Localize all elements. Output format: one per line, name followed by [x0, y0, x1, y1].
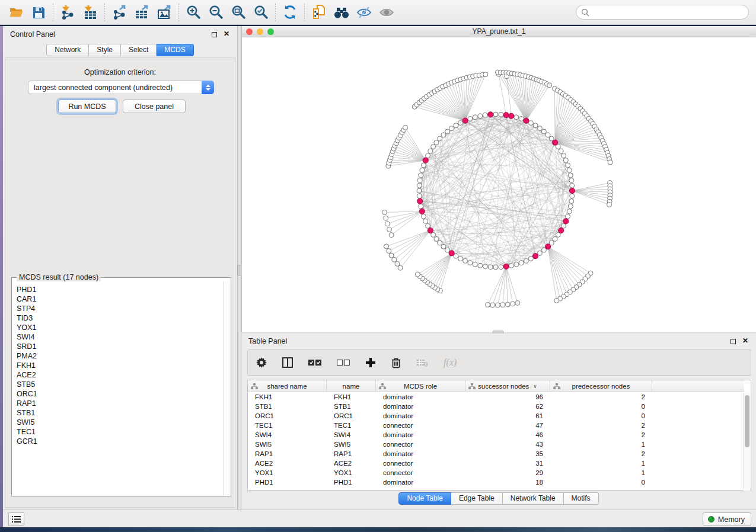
tab-edge-table[interactable]: Edge Table — [451, 492, 503, 505]
import-network-button[interactable] — [56, 3, 79, 22]
tab-network[interactable]: Network — [46, 44, 89, 56]
mcds-result-item[interactable]: SRD1 — [17, 342, 223, 351]
table-row[interactable]: SWI5SWI5connector431 — [248, 440, 744, 449]
table-cell: 46 — [465, 430, 550, 440]
table-row[interactable]: ORC1ORC1dominator610 — [248, 411, 744, 421]
table-cell: 2 — [550, 430, 652, 440]
mcds-result-item[interactable]: PHD1 — [17, 285, 223, 294]
column-header-label: MCDS role — [404, 383, 437, 390]
network-window-titlebar[interactable]: YPA_prune.txt_1 — [242, 26, 756, 37]
zoom-in-button[interactable] — [182, 3, 205, 22]
mcds-result-item[interactable]: YOX1 — [17, 323, 223, 332]
column-header-successor-nodes[interactable]: successor nodes∨ — [465, 380, 550, 392]
add-column-button[interactable] — [365, 357, 376, 368]
apply-layout-button[interactable] — [279, 3, 301, 22]
table-cell: 0 — [550, 477, 652, 487]
mcds-result-item[interactable]: SWI4 — [17, 332, 223, 342]
run-mcds-button[interactable]: Run MCDS — [58, 100, 116, 113]
zoom-out-icon — [208, 4, 224, 20]
mcds-result-item[interactable]: ORC1 — [17, 389, 223, 399]
export-table-icon — [134, 5, 149, 20]
show-columns-button[interactable] — [282, 357, 293, 368]
table-row[interactable]: RAP1RAP1dominator352 — [248, 449, 744, 459]
tab-select[interactable]: Select — [121, 44, 157, 56]
zoom-out-button[interactable] — [205, 3, 227, 22]
node-table-header[interactable]: shared namenameMCDS rolesuccessor nodes∨… — [248, 380, 744, 392]
column-header-MCDS-role[interactable]: MCDS role — [376, 380, 465, 392]
table-cell: connector — [376, 421, 465, 430]
unselect-all-button[interactable] — [337, 359, 350, 366]
zoom-fit-button[interactable] — [227, 3, 250, 22]
close-table-panel-icon[interactable]: ✕ — [742, 336, 748, 345]
table-row[interactable]: ACE2ACE2connector311 — [248, 459, 744, 468]
table-cell: dominator — [376, 411, 465, 421]
tab-motifs[interactable]: Motifs — [564, 492, 599, 505]
table-row[interactable]: SWI4SWI4dominator462 — [248, 430, 744, 440]
mcds-result-item[interactable]: TID3 — [17, 313, 223, 323]
tab-mcds[interactable]: MCDS — [157, 44, 193, 56]
export-network-button[interactable] — [108, 3, 130, 22]
mcds-result-list[interactable]: PHD1CAR1STP4TID3YOX1SWI4SRD1PMA2FKH1ACE2… — [12, 281, 223, 495]
tab-node-table[interactable]: Node Table — [398, 492, 451, 505]
tab-network-table[interactable]: Network Table — [503, 492, 564, 505]
table-cell: 29 — [465, 468, 550, 477]
mcds-result-item[interactable]: GCR1 — [17, 437, 223, 446]
refresh-icon — [282, 4, 298, 20]
mcds-result-item[interactable]: STB1 — [17, 408, 223, 418]
close-panel-button[interactable]: Close panel — [123, 100, 186, 113]
duplicate-network-button[interactable] — [308, 3, 330, 22]
node-table-body[interactable]: FKH1FKH1dominator962STB1STB1dominator620… — [248, 392, 744, 491]
save-session-button[interactable] — [27, 3, 50, 22]
table-cell: 61 — [465, 411, 550, 421]
close-panel-icon[interactable]: ✕ — [224, 30, 229, 38]
column-header-shared-name[interactable]: shared name — [248, 380, 327, 392]
mcds-result-item[interactable]: TEC1 — [17, 427, 223, 437]
mcds-list-scrollbar[interactable] — [223, 281, 230, 495]
first-neighbors-button[interactable] — [330, 3, 353, 22]
node-table: shared namenameMCDS rolesuccessor nodes∨… — [247, 380, 751, 491]
hide-selected-button[interactable] — [353, 3, 375, 22]
open-file-button[interactable] — [5, 3, 27, 22]
mcds-result-item[interactable]: RAP1 — [17, 399, 223, 408]
column-header-label: predecessor nodes — [572, 383, 630, 390]
show-all-button[interactable] — [375, 3, 398, 22]
column-header-predecessor-nodes[interactable]: predecessor nodes — [550, 380, 652, 392]
table-cell: SWI5 — [248, 440, 327, 449]
toolbar-separator — [275, 4, 276, 21]
export-table-button[interactable] — [130, 3, 153, 22]
table-scrollbar-thumb[interactable] — [745, 395, 749, 447]
table-row[interactable]: YOX1YOX1connector291 — [248, 468, 744, 477]
float-table-panel-icon[interactable] — [731, 338, 736, 346]
mcds-result-item[interactable]: PMA2 — [17, 351, 223, 361]
select-all-button[interactable] — [308, 359, 321, 366]
table-row[interactable]: PHD1PHD1dominator180 — [248, 477, 744, 487]
search-input[interactable] — [589, 7, 748, 18]
mcds-result-item[interactable]: SWI5 — [17, 418, 223, 427]
zoom-selected-button[interactable] — [250, 3, 272, 22]
mcds-result-item[interactable]: STB5 — [17, 380, 223, 389]
checked-boxes-icon — [308, 359, 321, 366]
mcds-result-item[interactable]: STP4 — [17, 304, 223, 313]
table-row[interactable]: TEC1TEC1connector472 — [248, 421, 744, 430]
memory-button[interactable]: Memory — [703, 512, 751, 526]
table-row[interactable]: FKH1FKH1dominator962 — [248, 392, 744, 402]
import-table-button[interactable] — [79, 3, 101, 22]
search-box[interactable] — [576, 5, 749, 20]
table-settings-button[interactable] — [256, 357, 267, 368]
table-scrollbar[interactable] — [743, 393, 750, 491]
task-history-button[interactable] — [8, 512, 24, 526]
table-cell: YOX1 — [248, 468, 327, 477]
delete-column-button[interactable] — [391, 357, 401, 368]
mcds-result-item[interactable]: FKH1 — [17, 361, 223, 370]
export-image-button[interactable] — [153, 3, 176, 22]
mcds-result-item[interactable]: CAR1 — [17, 294, 223, 304]
column-header-name[interactable]: name — [327, 380, 376, 392]
network-canvas[interactable] — [242, 37, 755, 332]
plus-icon — [365, 357, 376, 368]
mcds-result-item[interactable]: ACE2 — [17, 370, 223, 380]
table-row[interactable]: STB1STB1dominator620 — [248, 402, 744, 411]
columns-icon — [282, 357, 293, 368]
optimization-criterion-select[interactable]: largest connected component (undirected) — [28, 81, 214, 94]
tab-style[interactable]: Style — [89, 44, 121, 56]
float-panel-icon[interactable] — [212, 31, 217, 39]
